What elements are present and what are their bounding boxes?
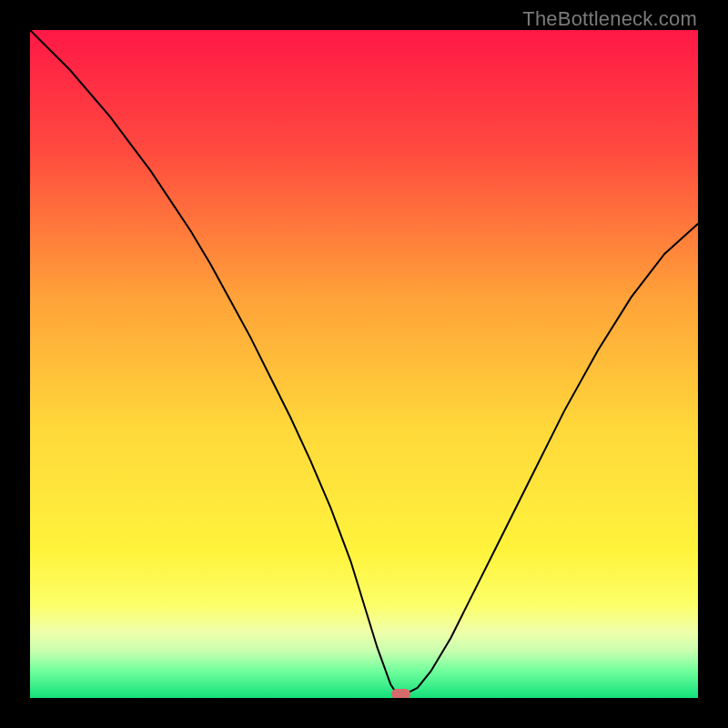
optimal-point-marker [391, 689, 410, 698]
plot-area [30, 30, 698, 698]
chart-frame: TheBottleneck.com [0, 0, 728, 728]
attribution-text: TheBottleneck.com [522, 7, 697, 31]
bottleneck-curve [30, 30, 698, 698]
